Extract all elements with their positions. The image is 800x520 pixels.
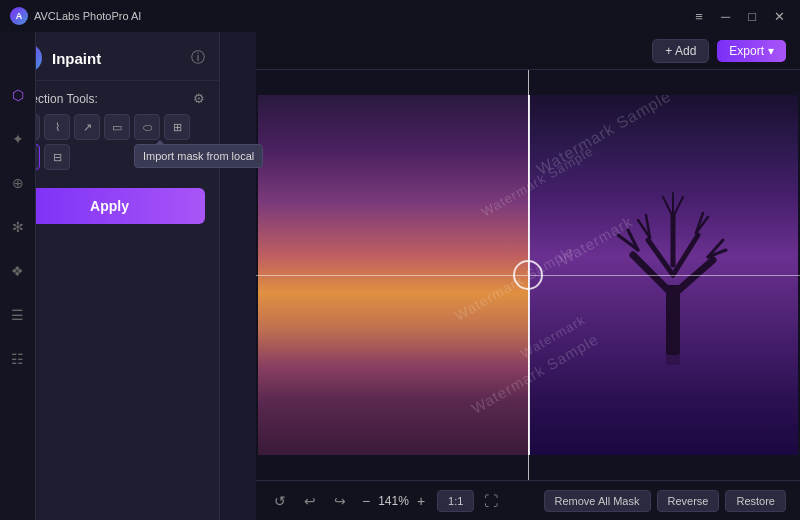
app-logo: A xyxy=(10,7,28,25)
window-controls: ≡ ─ □ ✕ xyxy=(690,7,790,26)
zoom-minus-button[interactable]: − xyxy=(360,491,372,511)
split-line xyxy=(528,95,530,455)
content-area: + Add Export ▾ xyxy=(256,32,800,520)
nav-icon-7[interactable]: ☷ xyxy=(5,346,31,372)
export-label: Export xyxy=(729,44,764,58)
tool-lasso[interactable]: ⌇ xyxy=(44,114,70,140)
tool-ellipse[interactable]: ⬭ xyxy=(134,114,160,140)
export-arrow: ▾ xyxy=(768,44,774,58)
menu-button[interactable]: ≡ xyxy=(690,7,708,26)
sidebar-title: Inpaint xyxy=(52,50,101,67)
selection-tools-row: Selection Tools: ⚙ xyxy=(14,91,205,106)
redo-icon[interactable]: ↪ xyxy=(330,491,350,511)
gear-icon[interactable]: ⚙ xyxy=(193,91,205,106)
fit-icon[interactable]: ⛶ xyxy=(480,491,502,511)
undo-icon[interactable]: ↩ xyxy=(300,491,320,511)
image-left-half xyxy=(258,95,528,455)
nav-icon-6[interactable]: ☰ xyxy=(5,302,31,328)
tool-arrow[interactable]: ↗ xyxy=(74,114,100,140)
add-label: + Add xyxy=(665,44,696,58)
nav-icon-2[interactable]: ✦ xyxy=(5,126,31,152)
zoom-plus-button[interactable]: + xyxy=(415,491,427,511)
tool-magic2[interactable]: ⊟ xyxy=(44,144,70,170)
nav-icon-4[interactable]: ✻ xyxy=(5,214,31,240)
logo-letter: A xyxy=(16,11,23,21)
export-button[interactable]: Export ▾ xyxy=(717,40,786,62)
nav-icon-3[interactable]: ⊕ xyxy=(5,170,31,196)
remove-all-mask-button[interactable]: Remove All Mask xyxy=(544,490,651,512)
nav-icon-inpaint[interactable]: ⬡ xyxy=(5,82,31,108)
svg-line-1 xyxy=(633,255,673,295)
left-nav: ⬡ ✦ ⊕ ✻ ❖ ☰ ☷ xyxy=(0,32,36,520)
reset-icon[interactable]: ↺ xyxy=(270,491,290,511)
bottom-right-controls: Remove All Mask Reverse Restore xyxy=(544,490,786,512)
top-bar: + Add Export ▾ xyxy=(256,32,800,70)
zoom-level-display: 141% xyxy=(378,494,409,508)
main-layout: ⬡ ✦ ⊕ ✻ ❖ ☰ ☷ ✦ Inpaint ⓘ Selection Tool… xyxy=(0,32,800,520)
reverse-button[interactable]: Reverse xyxy=(657,490,720,512)
svg-rect-17 xyxy=(666,353,680,365)
apply-button[interactable]: Apply xyxy=(14,188,205,224)
svg-line-15 xyxy=(673,197,683,217)
title-bar: A AVCLabs PhotoPro AI ≡ ─ □ ✕ xyxy=(0,0,800,32)
tools-grid: ✏ ⌇ ↗ ▭ ⬭ ⊞ ⬆ ⊟ Import mask from local xyxy=(14,114,205,170)
nav-icon-5[interactable]: ❖ xyxy=(5,258,31,284)
app-title: AVCLabs PhotoPro AI xyxy=(34,10,141,22)
svg-line-14 xyxy=(663,197,673,217)
add-button[interactable]: + Add xyxy=(652,39,709,63)
import-mask-tooltip: Import mask from local xyxy=(134,144,263,168)
tool-rect[interactable]: ▭ xyxy=(104,114,130,140)
canvas-area[interactable]: Watermark Sample Watermark Sample Waterm… xyxy=(256,70,800,480)
zoom-controls: − 141% + 1:1 ⛶ xyxy=(360,490,502,512)
info-icon[interactable]: ⓘ xyxy=(191,49,205,67)
minimize-button[interactable]: ─ xyxy=(716,7,735,26)
bottom-left-controls: ↺ ↩ ↪ − 141% + 1:1 ⛶ xyxy=(270,490,502,512)
restore-button[interactable]: Restore xyxy=(725,490,786,512)
close-button[interactable]: ✕ xyxy=(769,7,790,26)
svg-line-4 xyxy=(673,235,698,275)
zoom-reset-button[interactable]: 1:1 xyxy=(437,490,474,512)
maximize-button[interactable]: □ xyxy=(743,7,761,26)
tool-magic1[interactable]: ⊞ xyxy=(164,114,190,140)
image-container: Watermark Sample Watermark Sample Waterm… xyxy=(258,95,798,455)
title-bar-left: A AVCLabs PhotoPro AI xyxy=(10,7,141,25)
tree-silhouette xyxy=(608,185,738,365)
bottom-bar: ↺ ↩ ↪ − 141% + 1:1 ⛶ Remove All Mask Rev… xyxy=(256,480,800,520)
